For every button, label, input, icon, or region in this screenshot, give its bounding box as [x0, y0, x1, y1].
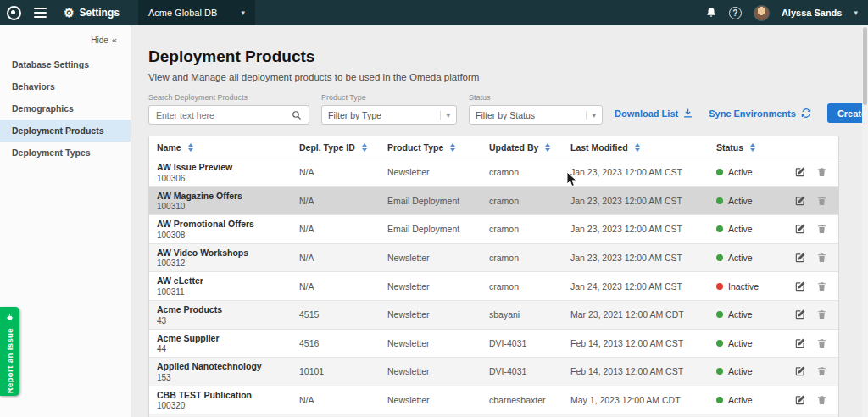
edit-icon[interactable] [794, 365, 806, 377]
name-cell: Acme Products 43 [149, 301, 292, 329]
avatar[interactable] [754, 5, 770, 21]
vertical-scrollbar[interactable] [862, 25, 868, 417]
delete-trash-icon[interactable] [816, 394, 827, 406]
edit-icon[interactable] [794, 394, 806, 406]
edit-icon[interactable] [794, 223, 806, 235]
table-row[interactable]: AW Issue Preview 100306 N/A Newsletter c… [149, 158, 838, 187]
sort-icon[interactable] [450, 143, 455, 152]
status-dot [716, 225, 723, 232]
last-modified-cell: May 1, 2023 12:00 AM CDT [563, 392, 709, 409]
user-name[interactable]: Alyssa Sands [782, 8, 843, 18]
table-row[interactable]: AW Magazine Offers 100310 N/A Email Depl… [149, 187, 838, 216]
status-badge: Active [709, 164, 787, 181]
product-id: 100312 [157, 259, 292, 268]
row-actions [787, 391, 839, 409]
deployment-products-table: Name Depl. Type ID Product Type Updated … [148, 136, 839, 417]
search-input[interactable] [156, 110, 292, 120]
search-icon[interactable] [292, 110, 302, 120]
sidebar-item[interactable]: Behaviors [0, 75, 131, 97]
download-list-button[interactable]: Download List [615, 108, 693, 119]
product-type-select[interactable]: Filter by Type ▾ [321, 105, 457, 125]
sidebar-item[interactable]: Deployment Types [0, 142, 131, 164]
edit-icon[interactable] [794, 337, 806, 349]
column-header[interactable]: Last Modified [563, 142, 709, 153]
scrollbar-thumb[interactable] [863, 27, 867, 105]
product-type-cell: Email Deployment [380, 192, 481, 209]
table-row[interactable]: AW Promotional Offers 100308 N/A Email D… [149, 215, 838, 244]
table-row[interactable]: Acme Supplier 44 4516 Newsletter DVI-403… [149, 330, 838, 359]
updated-by-cell: cbarnesbaxter [481, 392, 563, 409]
row-actions [787, 362, 839, 381]
product-name: CBB TEST Publication [157, 390, 292, 401]
status-filter-label: Status [469, 93, 603, 102]
delete-trash-icon[interactable] [816, 365, 827, 377]
sync-environments-button[interactable]: Sync Environments [709, 108, 812, 119]
report-issue-button[interactable]: Report an Issue [0, 307, 19, 396]
table-row[interactable]: Applied Nanotechnology 153 10101 Newslet… [149, 358, 838, 386]
sidebar-item[interactable]: Database Settings [0, 53, 131, 75]
edit-icon[interactable] [794, 252, 806, 264]
download-list-label: Download List [615, 108, 678, 119]
sidebar-item[interactable]: Deployment Products [0, 120, 131, 142]
column-header[interactable]: Status [709, 142, 787, 153]
chevron-down-icon: ▾ [586, 111, 596, 120]
database-selector[interactable]: Acme Global DB ▾ [138, 0, 255, 25]
product-name: AW eLetter [157, 275, 292, 286]
name-cell: AW Promotional Offers 100308 [149, 215, 292, 243]
name-cell: AW Video Workshops 100312 [149, 244, 292, 272]
edit-icon[interactable] [794, 281, 806, 292]
column-header[interactable]: Depl. Type ID [292, 142, 380, 153]
notifications-bell-icon[interactable] [705, 7, 717, 19]
delete-trash-icon[interactable] [816, 281, 827, 292]
depl-type-id-cell: N/A [292, 192, 380, 209]
search-label: Search Deployment Products [148, 93, 309, 102]
row-actions [787, 277, 839, 296]
sort-icon[interactable] [188, 143, 193, 152]
delete-trash-icon[interactable] [816, 166, 827, 178]
status-badge: Active [709, 392, 787, 409]
sort-icon[interactable] [750, 143, 755, 152]
settings-nav[interactable]: ⚙ Settings [64, 7, 120, 19]
status-label: Active [728, 366, 753, 376]
omeda-logo-icon[interactable] [7, 6, 21, 20]
sidebar-item[interactable]: Demographics [0, 97, 131, 120]
sort-icon[interactable] [635, 143, 640, 152]
column-header[interactable]: Product Type [380, 142, 481, 153]
delete-trash-icon[interactable] [816, 252, 827, 264]
edit-icon[interactable] [794, 309, 806, 320]
updated-by-cell: sbayani [481, 306, 563, 323]
table-row[interactable]: AW eLetter 100311 N/A Newsletter cramon … [149, 272, 838, 301]
report-issue-label: Report an Issue [5, 328, 14, 393]
column-header[interactable]: Updated By [481, 142, 563, 153]
sidebar-item-label: Deployment Types [12, 147, 91, 158]
delete-trash-icon[interactable] [816, 195, 827, 207]
table-row[interactable]: AW Video Workshops 100312 N/A Newsletter… [149, 244, 838, 273]
sort-icon[interactable] [545, 143, 550, 152]
status-dot [716, 169, 723, 175]
product-id: 100311 [157, 287, 292, 297]
help-icon[interactable]: ? [729, 7, 742, 19]
product-id: 44 [157, 344, 292, 353]
delete-trash-icon[interactable] [816, 309, 827, 320]
edit-icon[interactable] [794, 195, 806, 207]
delete-trash-icon[interactable] [816, 223, 827, 235]
status-badge: Active [709, 335, 787, 352]
table-row[interactable]: CBB TEST Publication 100320 N/A Newslett… [149, 386, 838, 415]
last-modified-cell: Jan 23, 2023 12:00 AM CST [563, 249, 709, 266]
status-label: Active [728, 167, 753, 177]
status-select[interactable]: Filter by Status ▾ [469, 105, 603, 125]
table-row[interactable]: Acme Products 43 4515 Newsletter sbayani… [149, 301, 838, 330]
user-menu-chevron-icon[interactable]: ▾ [854, 8, 858, 17]
download-icon [682, 108, 693, 119]
delete-trash-icon[interactable] [816, 337, 827, 349]
status-badge: Active [709, 192, 787, 209]
sort-icon[interactable] [362, 143, 367, 152]
edit-icon[interactable] [794, 166, 806, 178]
last-modified-cell: Jan 23, 2023 12:00 AM CST [563, 164, 709, 181]
menu-hamburger-icon[interactable] [34, 8, 47, 18]
column-header[interactable]: Name [149, 142, 292, 153]
sidebar-item-label: Demographics [12, 103, 74, 114]
status-badge: Active [709, 249, 787, 266]
sidebar-hide-button[interactable]: Hide« [0, 29, 131, 53]
last-modified-cell: Mar 23, 2021 12:00 AM CDT [563, 306, 709, 323]
